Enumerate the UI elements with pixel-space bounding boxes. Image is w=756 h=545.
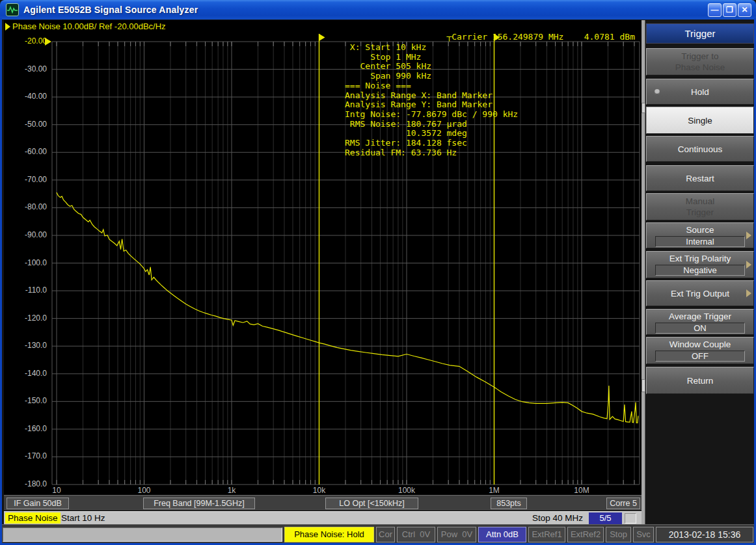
- y-tick-label: -40.00: [8, 92, 47, 101]
- softkey-label: Ext Trig Output: [671, 288, 729, 299]
- softkey-label: Restart: [686, 173, 714, 184]
- sweep-stop-label: Stop 40 MHz: [505, 513, 583, 523]
- softkey-label: Window Couple: [669, 339, 731, 350]
- trace-scale-label: Phase Noise 10.00dB/ Ref -20.00dBc/Hz: [12, 21, 166, 31]
- y-tick-label: -180.0: [8, 479, 47, 488]
- y-tick-label: -80.00: [8, 202, 47, 211]
- measurement-mode-badge[interactable]: Phase Noise: [5, 512, 61, 524]
- status-datetime: 2013-02-18 15:36: [656, 527, 753, 542]
- lo-opt-field[interactable]: LO Opt [<150kHz]: [325, 498, 418, 509]
- instrument-screen: Phase Noise 10.00dB/ Ref -20.00dBc/Hz ┬C…: [4, 20, 641, 524]
- freq-band-field[interactable]: Freq Band [99M-1.5GHz]: [143, 498, 255, 509]
- status-svc: Svc: [633, 527, 654, 542]
- carrier-power: 4.0781 dBm: [584, 32, 635, 42]
- softkey-sidebar: Trigger Trigger to Phase Noise Hold Sing…: [641, 20, 754, 524]
- status-stop: Stop: [606, 527, 631, 542]
- softkey-label: Continuous: [678, 144, 722, 155]
- softkey-return[interactable]: Return: [646, 367, 754, 394]
- softkey-window-couple[interactable]: Window Couple OFF: [646, 337, 754, 364]
- config-bar: IF Gain 50dB Freq Band [99M-1.5GHz] LO O…: [4, 495, 641, 511]
- x-tick-label: 10M: [574, 486, 589, 495]
- x-tick-label: 100: [137, 486, 150, 495]
- y-tick-label: -70.00: [8, 175, 47, 184]
- status-extref1: ExtRef1: [528, 527, 565, 542]
- softkey-label: Trigger to Phase Noise: [675, 51, 725, 73]
- y-tick-label: -110.0: [8, 286, 47, 295]
- restore-button-icon[interactable]: ❐: [723, 3, 736, 17]
- x-tick-label: 1M: [489, 486, 500, 495]
- y-tick-label: -50.00: [8, 120, 47, 129]
- softkey-value: Internal: [655, 236, 745, 247]
- x-tick-label: 10: [52, 486, 61, 495]
- correction-field[interactable]: Corre 5: [606, 498, 640, 509]
- trace-page-indicator[interactable]: 5/5: [589, 512, 622, 524]
- submenu-arrow-icon: [746, 232, 751, 239]
- y-tick-label: -100.0: [8, 258, 47, 267]
- softkey-manual-trigger: Manual Trigger: [646, 193, 754, 220]
- y-tick-label: -160.0: [8, 424, 47, 433]
- app-window: Agilent E5052B Signal Source Analyzer — …: [0, 0, 756, 545]
- status-extref2: ExtRef2: [567, 527, 604, 542]
- softkey-average-trigger[interactable]: Average Trigger ON: [646, 309, 754, 335]
- softkey-label: Hold: [691, 86, 709, 98]
- x-tick-label: 1k: [228, 486, 236, 495]
- y-tick-label: -60.00: [8, 147, 47, 156]
- softkey-label: Return: [687, 375, 714, 386]
- softkey-trigger-to-phase-noise: Trigger to Phase Noise: [646, 48, 754, 75]
- carrier-frequency: 156.249879 MHz: [493, 32, 564, 42]
- y-tick-label: -140.0: [8, 369, 47, 378]
- sweep-start-label: Start 10 Hz: [61, 513, 105, 523]
- points-field[interactable]: 853pts: [491, 498, 527, 509]
- softkey-label: Single: [688, 115, 712, 126]
- submenu-arrow-icon: [746, 261, 751, 269]
- y-tick-label: -90.00: [8, 230, 47, 239]
- softkey-ext-trig-polarity[interactable]: Ext Trig Polarity Negative: [646, 251, 754, 278]
- softkey-value: ON: [655, 323, 745, 334]
- softkey-value: Negative: [655, 265, 745, 276]
- softkey-label: Source: [686, 224, 714, 235]
- status-pow: Pow 0V: [437, 527, 476, 542]
- measurement-bar: Phase Noise Start 10 Hz Stop 40 MHz 5/5: [4, 511, 641, 525]
- trace-marker-icon: [5, 23, 10, 31]
- title-bar[interactable]: Agilent E5052B Signal Source Analyzer — …: [0, 0, 756, 20]
- status-cor: Cor: [376, 527, 395, 542]
- softkey-menu-title: Trigger: [646, 23, 754, 44]
- softkey-continuous[interactable]: Continuous: [646, 136, 754, 162]
- y-tick-label: -20.00: [8, 36, 47, 46]
- softkey-restart[interactable]: Restart: [646, 165, 754, 191]
- softkey-hold[interactable]: Hold: [646, 79, 754, 105]
- minimize-button-icon[interactable]: —: [708, 3, 722, 17]
- carrier-label: Carrier: [452, 32, 487, 42]
- band-marker-flag-icon[interactable]: [319, 34, 325, 41]
- softkey-scroll-strip[interactable]: [641, 20, 645, 524]
- close-button-icon[interactable]: ✕: [738, 3, 751, 17]
- window-title: Agilent E5052B Signal Source Analyzer: [23, 5, 198, 15]
- softkey-label: Average Trigger: [669, 311, 731, 322]
- noise-analysis-readout: X: Start 10 kHz Stop 1 MHz Center 505 kH…: [345, 43, 518, 157]
- y-axis-labels: -20.00-30.00-40.00-50.00-60.00-70.00-80.…: [4, 42, 49, 485]
- status-bar: Phase Noise: Hold Cor Ctrl 0V Pow 0V Att…: [0, 524, 756, 545]
- y-tick-label: -130.0: [8, 341, 47, 350]
- softkey-label: Manual Trigger: [686, 196, 714, 218]
- scroll-handle[interactable]: [641, 103, 645, 113]
- if-gain-field[interactable]: IF Gain 50dB: [7, 498, 69, 509]
- y-tick-label: -120.0: [8, 313, 47, 323]
- submenu-arrow-icon: [746, 289, 751, 297]
- status-phase-noise-hold: Phase Noise: Hold: [284, 527, 374, 542]
- y-tick-label: -170.0: [8, 451, 47, 460]
- y-tick-label: -150.0: [8, 396, 47, 405]
- x-tick-label: 10k: [313, 486, 325, 495]
- softkey-ext-trig-output[interactable]: Ext Trig Output: [646, 280, 754, 306]
- y-tick-label: -30.00: [8, 64, 47, 73]
- status-attn: Attn 0dB: [478, 527, 526, 542]
- softkey-source[interactable]: Source Internal: [646, 222, 754, 248]
- measurement-bar-button[interactable]: [625, 513, 636, 524]
- softkey-single[interactable]: Single: [646, 107, 754, 134]
- softkey-value: OFF: [655, 351, 745, 362]
- status-ctrl: Ctrl 0V: [397, 527, 435, 542]
- trace-scale-header: Phase Noise 10.00dB/ Ref -20.00dBc/Hz: [5, 21, 166, 31]
- softkey-label: Ext Trig Polarity: [669, 253, 731, 264]
- status-message-panel: [3, 527, 282, 542]
- scroll-handle[interactable]: [641, 379, 645, 392]
- app-icon: [6, 3, 19, 16]
